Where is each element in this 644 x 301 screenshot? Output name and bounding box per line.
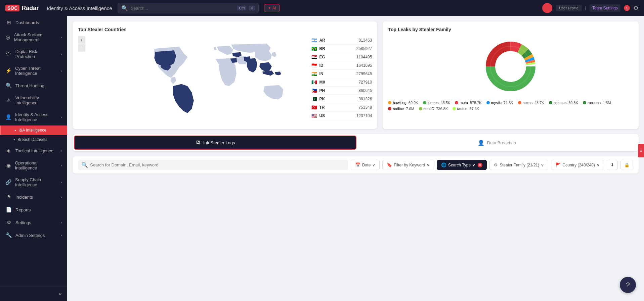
notification-badge[interactable]: 1 xyxy=(624,5,630,11)
sidebar-bottom: « xyxy=(0,287,67,301)
kbd-k: K xyxy=(249,6,255,10)
ai-button[interactable]: ✦ AI xyxy=(264,4,280,12)
sidebar-label-cyber-threat: Cyber Threat Intelligence xyxy=(15,66,57,76)
legend-value-mystic: 71.8K xyxy=(504,101,513,105)
legend-value-nexus: 48.7K xyxy=(534,101,544,105)
sidebar-label-vulnerability: Vulnerability Intelligence xyxy=(15,95,62,105)
stealerfamily-filter-button[interactable]: ⚙ Stealer Family (21/21) ∨ xyxy=(489,160,548,170)
filter-search-box[interactable]: 🔍 xyxy=(78,160,348,170)
sidebar-label-digital-risk: Digital Risk Protection xyxy=(15,49,57,59)
count-br: 2585927 xyxy=(356,46,372,51)
avatar[interactable] xyxy=(542,3,552,13)
logo: SOC Radar xyxy=(5,5,39,12)
sidebar-label-dashboards: Dashboards xyxy=(15,20,39,25)
keyword-filter-button[interactable]: 🔖 Filter by Keyword ∨ xyxy=(382,160,434,170)
searchtype-filter-button[interactable]: 🌐 Search Type ∨ ✕ xyxy=(437,160,487,170)
sidebar-item-incidents[interactable]: ⚑ Incidents › xyxy=(0,191,67,203)
cyber-threat-icon: ⚡ xyxy=(5,68,12,74)
sidebar-item-tactical[interactable]: ◈ Tactical Intelligence › xyxy=(0,144,67,157)
sidebar-item-identity-access[interactable]: 👤 Identity & Access Intelligence › xyxy=(0,109,67,126)
close-icon[interactable]: ✕ xyxy=(478,163,482,167)
date-label: Date xyxy=(362,163,371,167)
sidebar-label-admin: Admin Settings xyxy=(15,233,45,238)
page-header-title: Identity & Access Intelligence xyxy=(47,5,112,11)
sidebar-item-supply-chain[interactable]: 🔗 Supply Chain Intelligence › xyxy=(0,174,67,191)
donut-container: hawklog 69.9K lumma 43.5K meta 878.7K xyxy=(388,36,633,111)
legend-value-octopus: 60.8K xyxy=(568,101,578,105)
flag-br: 🇧🇷 xyxy=(311,46,317,51)
donut-legend: hawklog 69.9K lumma 43.5K meta 878.7K xyxy=(388,101,633,111)
search-input[interactable] xyxy=(131,6,235,11)
charts-row: Top Stealer Countries + − xyxy=(73,21,639,129)
chevron-icon: › xyxy=(61,149,62,153)
legend-value-stealc: 736.8K xyxy=(436,107,448,111)
chevron-icon: › xyxy=(61,195,62,199)
legend-value-taurus: 57.6K xyxy=(470,107,479,111)
help-button[interactable]: ? xyxy=(620,277,636,293)
flag-mx: 🇲🇽 xyxy=(311,80,317,85)
keyword-search-input[interactable] xyxy=(90,162,345,167)
tab-infostealerlogs[interactable]: 🖥 InfoStealer Logs xyxy=(74,136,356,150)
team-label[interactable]: Team Settings xyxy=(590,4,620,12)
chevron-icon: › xyxy=(61,36,62,39)
count-ph: 860645 xyxy=(358,88,372,93)
tab-databreaches[interactable]: 👤 Data Breaches xyxy=(356,136,638,150)
sidebar-item-cyber-threat[interactable]: ⚡ Cyber Threat Intelligence › xyxy=(0,62,67,79)
sidebar-item-attack-surface[interactable]: ◎ Attack Surface Management › xyxy=(0,29,67,46)
download-button[interactable]: ⬇ xyxy=(607,160,618,170)
main-content: Top Stealer Countries + − xyxy=(67,16,644,301)
sidebar-item-settings[interactable]: ⚙ Settings › xyxy=(0,216,67,229)
lock-button[interactable]: 🔒 xyxy=(620,160,633,170)
infostealerlogs-icon: 🖥 xyxy=(195,140,201,146)
vulnerability-icon: ⚠ xyxy=(5,97,12,103)
code-ar: AR xyxy=(319,38,329,43)
zoom-out-button[interactable]: − xyxy=(78,44,85,52)
separator: | xyxy=(585,6,586,10)
legend-taurus: taurus 57.6K xyxy=(453,107,479,111)
count-eg: 1104495 xyxy=(356,55,372,59)
gear-icon[interactable]: ⚙ xyxy=(633,4,639,12)
country-filter-button[interactable]: 🚩 Country (248/248) ∨ xyxy=(551,160,604,170)
filter-bar: 🔍 📅 Date ∨ 🔖 Filter by Keyword ∨ 🌐 Searc… xyxy=(73,156,639,173)
sidebar-toggle-button[interactable]: ≡ xyxy=(638,144,644,157)
country-row-tr: 🇹🇷 TR 753348 xyxy=(311,103,372,112)
searchtype-label: Search Type xyxy=(448,163,471,167)
sidebar-item-threat-hunting[interactable]: 🔍 Threat Hunting xyxy=(0,79,67,92)
identity-icon: 👤 xyxy=(5,114,12,120)
date-filter-button[interactable]: 📅 Date ∨ xyxy=(351,160,380,170)
sidebar-item-dashboards[interactable]: ⊞ Dashboards xyxy=(0,16,67,29)
legend-label-nexus: nexus xyxy=(523,101,532,105)
sidebar-item-admin-settings[interactable]: 🔧 Admin Settings › xyxy=(0,229,67,242)
country-row-in: 🇮🇳 IN 2799645 xyxy=(311,70,372,78)
zoom-in-button[interactable]: + xyxy=(78,36,85,44)
attack-surface-icon: ◎ xyxy=(5,34,11,40)
legend-label-octopus: octopus xyxy=(554,101,567,105)
flag-us: 🇺🇸 xyxy=(311,113,317,118)
donut-chart-svg xyxy=(480,36,541,97)
legend-raccoon: raccoon 1.5M xyxy=(583,101,611,105)
legend-label-stealc: stealC xyxy=(424,107,434,111)
sidebar-label-incidents: Incidents xyxy=(15,195,33,200)
sidebar-item-ia-intelligence[interactable]: ▪ I&A Intelligence xyxy=(0,126,67,135)
legend-nexus: nexus 48.7K xyxy=(518,101,544,105)
legend-dot-stealc xyxy=(419,107,422,110)
sidebar-item-vulnerability[interactable]: ⚠ Vulnerability Intelligence xyxy=(0,92,67,109)
country-row-id: 🇮🇩 ID 1641695 xyxy=(311,61,372,70)
sidebar-label-tactical: Tactical Intelligence xyxy=(15,148,53,153)
sidebar-item-digital-risk[interactable]: 🛡 Digital Risk Protection › xyxy=(0,46,67,62)
code-br: BR xyxy=(319,46,329,51)
global-search[interactable]: 🔍 Ctrl K xyxy=(118,3,259,13)
chevron-icon: › xyxy=(61,181,62,184)
country-row-br: 🇧🇷 BR 2585927 xyxy=(311,45,372,53)
sidebar-collapse-button[interactable]: « xyxy=(59,291,62,297)
user-info[interactable]: User Profile xyxy=(556,5,582,11)
sidebar-item-reports[interactable]: 📄 Reports xyxy=(0,203,67,216)
legend-dot-nexus xyxy=(518,101,521,104)
country-label: Country (248/248) xyxy=(562,163,595,167)
sidebar-item-operational[interactable]: ◉ Operational Intelligence › xyxy=(0,157,67,174)
legend-dot-octopus xyxy=(549,101,552,104)
family-icon: ⚙ xyxy=(494,162,498,167)
legend-value-hawklog: 69.9K xyxy=(409,101,418,105)
sidebar-item-breach-datasets[interactable]: ▪ Breach Datasets xyxy=(0,135,67,144)
sidebar: ⊞ Dashboards ◎ Attack Surface Management… xyxy=(0,16,67,301)
